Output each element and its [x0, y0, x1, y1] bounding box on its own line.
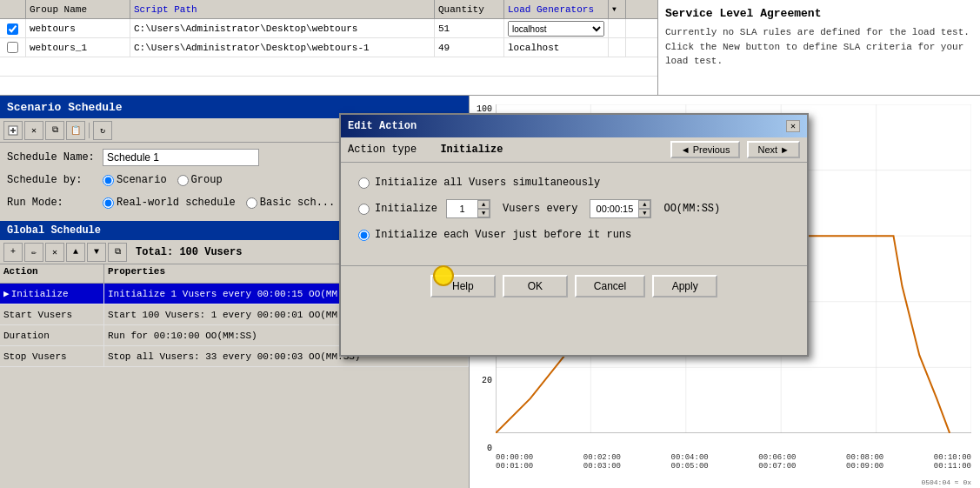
- row2-extra: [609, 38, 626, 57]
- radio-basic[interactable]: [246, 197, 257, 209]
- modal-body: Initialize all Vusers simultaneously Ini…: [341, 163, 807, 265]
- x-axis-labels: 00:00:00 00:01:00 00:02:00 00:03:00 00:0…: [496, 453, 971, 488]
- radio-group-option[interactable]: Group: [177, 174, 223, 186]
- radio-realworld-label: Real-world schedule: [117, 197, 236, 209]
- global-new-btn[interactable]: +: [3, 243, 23, 262]
- modal-titlebar: Edit Action ✕: [341, 115, 807, 137]
- run-mode-label: Run Mode:: [7, 197, 103, 209]
- time-down[interactable]: ▼: [638, 209, 650, 217]
- row2-groupname: webtours_1: [26, 38, 130, 57]
- time-spinner[interactable]: ▲ ▼: [590, 199, 651, 218]
- refresh-btn[interactable]: ↻: [93, 121, 112, 140]
- schedule-name-input[interactable]: [103, 149, 259, 166]
- sla-text-line1: Currently no SLA rules are defined for t…: [665, 25, 973, 40]
- table-row: webtours_1 C:\Users\Administrator\Deskto…: [0, 38, 657, 57]
- radio-group-label: Group: [191, 174, 223, 186]
- global-edit-btn[interactable]: ✏: [24, 243, 43, 262]
- global-delete-btn[interactable]: ✕: [45, 243, 64, 262]
- col-quantity: Quantity: [435, 0, 504, 18]
- radio-all-simultaneous[interactable]: [358, 177, 370, 189]
- radio1-label[interactable]: Initialize all Vusers simultaneously: [375, 177, 600, 189]
- radio2-label[interactable]: Initialize: [375, 203, 437, 215]
- vuser-count-input[interactable]: [447, 200, 477, 217]
- x-label-1: 00:02:00 00:03:00: [583, 453, 621, 488]
- col-scriptpath: Script Path: [130, 0, 435, 18]
- vuser-count-spinner[interactable]: ▲ ▼: [446, 199, 490, 218]
- global-copy-btn[interactable]: ⧉: [108, 243, 127, 262]
- top-area: Group Name Script Path Quantity Load Gen…: [0, 0, 980, 96]
- modal-title: Edit Action: [348, 120, 417, 132]
- row1-generator-cell[interactable]: localhost: [504, 19, 609, 38]
- help-button[interactable]: Help: [430, 275, 496, 297]
- ok-button[interactable]: OK: [503, 275, 568, 297]
- table-row-empty: [0, 57, 657, 77]
- edit-action-modal: Edit Action ✕ Action type Initialize ◄ P…: [339, 113, 809, 357]
- action-row-arrow: ▶ Initialize: [0, 284, 104, 304]
- global-down-btn[interactable]: ▼: [87, 243, 106, 262]
- toolbar-sep: [89, 123, 90, 138]
- new-btn[interactable]: [3, 121, 23, 140]
- table-row-empty: [0, 77, 657, 95]
- row2-generator: localhost: [504, 38, 609, 57]
- radio-scenario[interactable]: [103, 175, 114, 186]
- radio-realworld[interactable]: [103, 197, 114, 209]
- row1-checkbox[interactable]: [7, 23, 18, 35]
- radio-scenario-option[interactable]: Scenario: [103, 174, 167, 186]
- row1-groupname: webtours: [26, 19, 130, 38]
- x-label-3: 00:06:00 00:07:00: [758, 453, 796, 488]
- copy-btn[interactable]: ⧉: [45, 121, 64, 140]
- prev-label: Previous: [693, 144, 730, 155]
- timestamp-overlay: 0504:04 ≈ 0x: [921, 478, 971, 486]
- row1-path: C:\Users\Administrator\Desktop\webtours: [130, 19, 435, 38]
- modal-footer: Help OK Cancel Apply: [341, 265, 807, 306]
- row1-generator-select[interactable]: localhost: [508, 21, 604, 37]
- schedule-name-label: Schedule Name:: [7, 151, 103, 164]
- time-up[interactable]: ▲: [638, 200, 650, 209]
- total-vusers: Total: 100 Vusers: [136, 246, 242, 258]
- paste-btn[interactable]: 📋: [66, 121, 85, 140]
- radio1-row: Initialize all Vusers simultaneously: [358, 177, 790, 189]
- radio-realworld-option[interactable]: Real-world schedule: [103, 197, 236, 209]
- action-type-label: Action type: [348, 144, 417, 156]
- next-arrow: ►: [780, 144, 790, 155]
- sla-text-line2: Click the New button to define SLA crite…: [665, 40, 973, 69]
- sla-panel: Service Level Agreement Currently no SLA…: [658, 0, 980, 95]
- radio2-row: Initialize ▲ ▼ Vusers every ▲ ▼ OO(MM:SS…: [358, 199, 790, 218]
- modal-close-btn[interactable]: ✕: [786, 120, 800, 132]
- action-type-spacer: [427, 144, 433, 156]
- prev-btn[interactable]: ◄ Previous: [670, 141, 741, 158]
- col-groupname: Group Name: [26, 0, 130, 18]
- radio-basic-option[interactable]: Basic sch...: [246, 197, 335, 209]
- next-btn[interactable]: Next ►: [747, 141, 800, 158]
- cancel-button[interactable]: Cancel: [575, 275, 645, 297]
- action-col-header: Action: [0, 264, 104, 283]
- duration-action-label: Duration: [0, 325, 104, 345]
- y-0: 0: [487, 444, 492, 453]
- time-arrows: ▲ ▼: [638, 200, 650, 217]
- radio3-row: Initialize each Vuser just before it run…: [358, 229, 790, 241]
- radio-before-runs[interactable]: [358, 230, 370, 241]
- row2-checkbox-cell[interactable]: [0, 38, 26, 57]
- radio-group[interactable]: [177, 175, 189, 186]
- action-type-value: Initialize: [440, 144, 503, 156]
- radio-initialize-n[interactable]: [358, 204, 370, 215]
- table-header: Group Name Script Path Quantity Load Gen…: [0, 0, 657, 19]
- vuser-count-up[interactable]: ▲: [477, 200, 490, 209]
- col-scroll: ▼: [609, 0, 626, 18]
- modal-nav: Action type Initialize ◄ Previous Next ►: [341, 137, 807, 163]
- prev-arrow: ◄: [681, 144, 690, 155]
- vuser-count-down[interactable]: ▼: [477, 209, 490, 217]
- radio3-label[interactable]: Initialize each Vuser just before it run…: [375, 229, 631, 241]
- col-loadgen: Load Generators: [504, 0, 609, 18]
- row1-checkbox-cell[interactable]: [0, 19, 26, 38]
- x-label-2: 00:04:00 00:05:00: [671, 453, 709, 488]
- row2-path: C:\Users\Administrator\Desktop\webtours-…: [130, 38, 435, 57]
- time-format-label: OO(MM:SS): [663, 203, 720, 215]
- apply-button[interactable]: Apply: [652, 275, 717, 297]
- schedule-by-label: Schedule by:: [7, 174, 103, 186]
- row2-checkbox[interactable]: [7, 42, 18, 53]
- global-up-btn[interactable]: ▲: [66, 243, 85, 262]
- delete-btn[interactable]: ✕: [24, 121, 43, 140]
- time-input[interactable]: [590, 200, 638, 217]
- x-label-4: 00:08:00 00:09:00: [846, 453, 883, 488]
